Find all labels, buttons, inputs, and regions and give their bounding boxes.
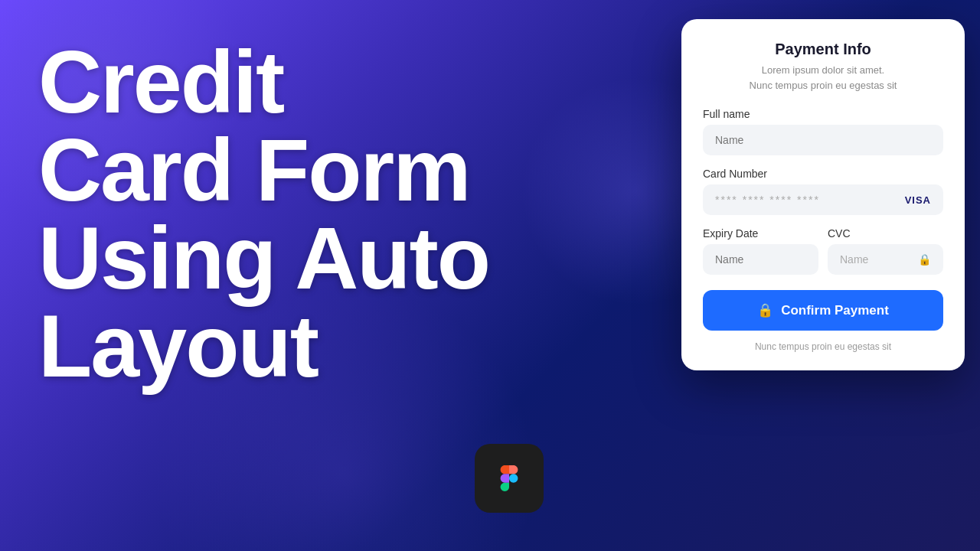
expiry-cvc-row: Expiry Date CVC Name 🔒 [703,227,943,275]
figma-logo [475,444,544,513]
card-number-label: Card Number [703,168,943,180]
expiry-group: Expiry Date [703,227,818,275]
visa-label: VISA [905,194,931,206]
payment-card: Payment Info Lorem ipsum dolor sit amet.… [681,19,965,370]
hero-line1: Credit [38,33,283,131]
lock-icon: 🔒 [918,253,931,266]
hero-title: Credit Card Form Using Auto Layout [38,38,635,390]
hero-line4: Layout [38,297,318,395]
full-name-input[interactable] [703,125,943,155]
card-subtitle: Lorem ipsum dolor sit amet. Nunc tempus … [703,63,943,93]
cvc-label: CVC [828,227,943,240]
confirm-payment-button[interactable]: 🔒 Confirm Payment [703,290,943,331]
cvc-group: CVC Name 🔒 [828,227,943,275]
figma-icon [488,458,530,499]
full-name-group: Full name [703,108,943,155]
card-title: Payment Info [703,41,943,58]
cvc-input-wrap[interactable]: Name 🔒 [828,244,943,275]
confirm-lock-icon: 🔒 [757,302,773,318]
card-number-group: Card Number **** **** **** **** VISA [703,168,943,215]
card-header: Payment Info Lorem ipsum dolor sit amet.… [703,41,943,93]
cvc-placeholder: Name [840,253,918,266]
card-number-placeholder: **** **** **** **** [715,194,905,206]
full-name-label: Full name [703,108,943,120]
confirm-button-label: Confirm Payment [781,303,889,318]
hero-section: Credit Card Form Using Auto Layout [23,23,651,528]
expiry-input[interactable] [703,244,818,275]
subtitle-line2: Nunc tempus proin eu egestas sit [750,80,897,91]
footer-note: Nunc tempus proin eu egestas sit [703,341,943,352]
hero-line3: Using Auto [38,209,489,307]
expiry-label: Expiry Date [703,227,818,240]
hero-line2: Card Form [38,121,469,219]
card-number-input-wrap[interactable]: **** **** **** **** VISA [703,184,943,215]
subtitle-line1: Lorem ipsum dolor sit amet. [762,64,884,76]
